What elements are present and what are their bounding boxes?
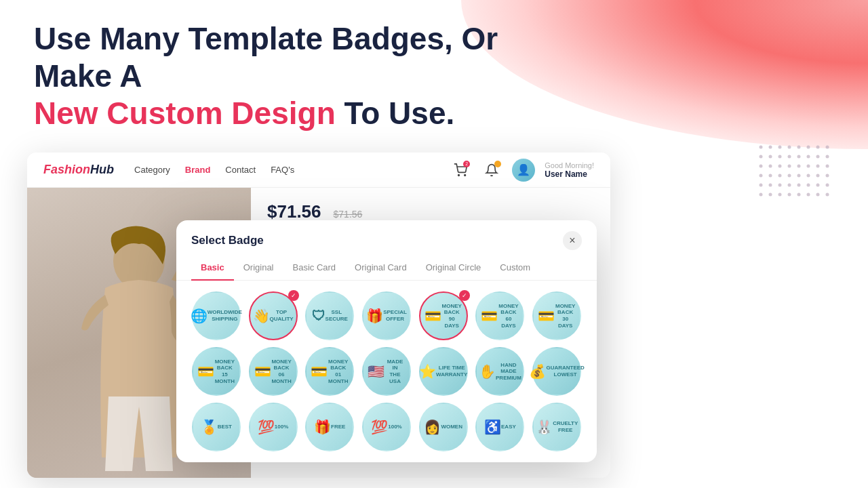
badge-madeinusa: 🇺🇸 MADE INTHE USA <box>362 347 411 396</box>
svg-point-25 <box>816 165 820 168</box>
badge-item-money06m[interactable]: 💳 MONEY BACK06 MONTH <box>248 347 298 396</box>
badge-money15m: 💳 MONEY BACK15 MONTH <box>192 347 241 396</box>
badge-item-money90[interactable]: 💳 MONEY BACK90 DAYS ✓ <box>418 291 469 340</box>
svg-point-30 <box>788 174 791 178</box>
headline: Use Many Template Badges, Or Make A New … <box>34 20 542 133</box>
svg-point-38 <box>788 184 791 187</box>
svg-point-14 <box>788 155 791 159</box>
badge-item-lifetime[interactable]: ⭐ LIFE TIMEWARRANTY <box>418 347 469 396</box>
svg-point-23 <box>797 165 801 168</box>
badge-item-madeinusa[interactable]: 🇺🇸 MADE INTHE USA <box>361 347 412 396</box>
modal-tab-basic[interactable]: Basic <box>191 258 234 281</box>
user-avatar: 👤 <box>512 159 535 182</box>
svg-point-35 <box>760 184 763 187</box>
headline-line1: Use Many Template Badges, Or Make A <box>34 21 498 94</box>
select-badge-modal: Select Badge × Basic Original Basic Card… <box>176 220 597 462</box>
badge-lowest: 💰 GUARANTEEDLOWEST <box>532 347 581 396</box>
badge-grid: 🌐 WORLDWIDESHIPPING 👋 TOPQUALITY ✓ 🛡 SSL… <box>176 281 597 462</box>
svg-point-50 <box>826 193 829 197</box>
svg-point-37 <box>778 184 782 187</box>
badge-special: 🎁 SPECIALOFFER <box>362 291 411 340</box>
svg-point-32 <box>807 174 810 178</box>
badge-easy: ♿ EASY <box>475 403 524 451</box>
bell-icon-btn[interactable] <box>481 159 502 181</box>
badge-item-handmade[interactable]: ✋ HAND MADEPREMIUM <box>475 347 526 396</box>
badge-money01m: 💳 MONEY BACK01 MONTH <box>305 347 354 396</box>
svg-point-15 <box>797 155 801 159</box>
svg-point-1 <box>465 174 466 176</box>
svg-point-18 <box>826 155 829 159</box>
svg-point-36 <box>769 184 772 187</box>
badge-100pct: 💯 100% <box>249 403 298 451</box>
badge-item-cruelty[interactable]: 🐰 CRUELTY FREE <box>532 403 582 451</box>
svg-point-20 <box>769 165 772 168</box>
modal-close-btn[interactable]: × <box>563 231 582 250</box>
badge-item-best[interactable]: 🏅 BEST <box>191 403 241 451</box>
badge-item-free[interactable]: 🎁 FREE <box>304 403 355 451</box>
user-greeting: Good Morning! <box>545 161 594 169</box>
headline-suffix: To Use. <box>336 96 455 131</box>
user-name: User Name <box>545 169 594 179</box>
badge-cruelty: 🐰 CRUELTY FREE <box>532 403 581 451</box>
modal-tab-custom[interactable]: Custom <box>490 258 540 281</box>
badge-best: 🏅 BEST <box>192 403 241 451</box>
navbar-logo: FashionHub <box>43 163 114 177</box>
modal-tab-original-card[interactable]: Original Card <box>345 258 416 281</box>
badge-item-money60[interactable]: 💳 MONEY BACK60 DAYS <box>475 291 526 340</box>
badge-item-money30[interactable]: 💳 MONEY BACK30 DAYS <box>532 291 582 340</box>
badge-item-special[interactable]: 🎁 SPECIALOFFER <box>361 291 412 340</box>
svg-point-16 <box>807 155 810 159</box>
badge-ssl: 🛡 SSLSECURE <box>305 291 354 340</box>
badge-item-100pct[interactable]: 💯 100% <box>248 403 298 451</box>
svg-point-26 <box>826 165 829 168</box>
modal-tab-original[interactable]: Original <box>234 258 283 281</box>
badge-money30: 💳 MONEY BACK30 DAYS <box>532 291 581 340</box>
badge-item-women[interactable]: 👩 WOMEN <box>418 403 469 451</box>
nav-category[interactable]: Category <box>134 165 170 175</box>
badge-item-lowest[interactable]: 💰 GUARANTEEDLOWEST <box>532 347 582 396</box>
svg-point-39 <box>797 184 801 187</box>
svg-point-49 <box>816 193 820 197</box>
badge-item-easy[interactable]: ♿ EASY <box>475 403 526 451</box>
svg-point-42 <box>826 184 829 187</box>
badge-free: 🎁 FREE <box>305 403 354 451</box>
badge-item-money01m[interactable]: 💳 MONEY BACK01 MONTH <box>304 347 355 396</box>
badge-item-top-quality[interactable]: 👋 TOPQUALITY ✓ <box>248 291 298 340</box>
badge-money06m: 💳 MONEY BACK06 MONTH <box>249 347 298 396</box>
svg-point-21 <box>778 165 782 168</box>
svg-point-47 <box>797 193 801 197</box>
user-info: Good Morning! User Name <box>545 161 594 179</box>
price-original: $71.56 <box>334 209 363 220</box>
nav-faqs[interactable]: FAQ's <box>271 165 294 175</box>
badge-check-money90: ✓ <box>459 290 470 301</box>
badge-check-top-quality: ✓ <box>288 290 299 301</box>
svg-point-46 <box>788 193 791 197</box>
svg-point-27 <box>760 174 763 178</box>
svg-point-31 <box>797 174 801 178</box>
modal-tab-basic-card[interactable]: Basic Card <box>283 258 346 281</box>
badge-money60: 💳 MONEY BACK60 DAYS <box>475 291 524 340</box>
badge-handmade: ✋ HAND MADEPREMIUM <box>475 347 524 396</box>
svg-point-3 <box>760 146 763 149</box>
svg-point-48 <box>807 193 810 197</box>
svg-point-7 <box>797 146 801 149</box>
navbar-right: 2 👤 Good Morning! User Name <box>450 159 594 182</box>
svg-point-19 <box>760 165 763 168</box>
nav-links: Category Brand Contact FAQ's <box>134 165 450 175</box>
svg-point-45 <box>778 193 782 197</box>
nav-brand[interactable]: Brand <box>185 165 211 175</box>
badge-item-worldwide[interactable]: 🌐 WORLDWIDESHIPPING <box>191 291 241 340</box>
badge-item-ssl[interactable]: 🛡 SSLSECURE <box>304 291 355 340</box>
main-content: Use Many Template Badges, Or Make A New … <box>0 0 868 167</box>
nav-contact[interactable]: Contact <box>225 165 256 175</box>
svg-point-28 <box>769 174 772 178</box>
cart-badge: 2 <box>463 161 470 167</box>
svg-point-13 <box>778 155 782 159</box>
modal-title: Select Badge <box>191 234 264 247</box>
svg-point-44 <box>769 193 772 197</box>
badge-item-100pct2[interactable]: 💯 100% <box>361 403 412 451</box>
svg-point-10 <box>826 146 829 149</box>
modal-tab-original-circle[interactable]: Original Circle <box>416 258 491 281</box>
badge-item-money15m[interactable]: 💳 MONEY BACK15 MONTH <box>191 347 241 396</box>
cart-icon-btn[interactable]: 2 <box>450 159 471 181</box>
